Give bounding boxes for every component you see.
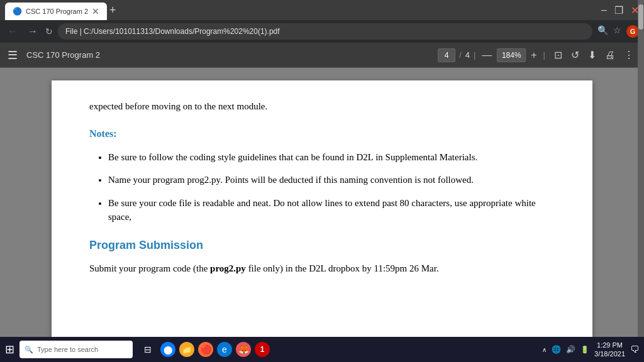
notes-heading: Notes: [89,126,555,141]
search-placeholder: Type here to search [37,346,98,353]
print-btn[interactable]: 🖨 [602,48,618,62]
page-separator: / [459,50,462,60]
hamburger-icon[interactable]: ☰ [8,48,18,62]
search-icon[interactable]: 🔍 [597,25,608,38]
windows-start-btn[interactable]: ⊞ [5,343,14,356]
search-icon: 🔍 [25,346,33,354]
more-btn[interactable]: ⋮ [621,48,636,62]
app-btn[interactable]: 1 [255,342,270,357]
address-bar: ← → ↻ 🔍 ☆ G [0,20,644,43]
scrollbar[interactable] [638,68,644,337]
address-input[interactable] [58,23,592,40]
pdf-page: expected before moving on to the next mo… [52,80,592,337]
notification-btn[interactable]: 🗨 [630,344,639,354]
volume-icon[interactable]: 🔊 [566,345,575,354]
zoom-in-btn[interactable]: + [528,48,539,62]
refresh-btn[interactable]: ↻ [45,26,53,36]
forward-btn[interactable]: → [25,25,40,38]
pdf-toolbar: ☰ CSC 170 Program 2 / 4 | — + | ⊡ ↺ ⬇ 🖨 … [0,43,644,68]
title-bar: 🔵 CSC 170 Program 2 ✕ + – ❐ ✕ [0,0,644,20]
minimize-btn[interactable]: – [601,4,607,16]
submit-text: Submit your program code (the prog2.py f… [89,261,555,276]
address-icons: 🔍 ☆ G [597,25,639,38]
bookmark-icon[interactable]: ☆ [613,25,621,38]
firefox-btn[interactable]: 🦊 [236,342,251,357]
list-item: Be sure your code file is readable and n… [108,196,555,224]
system-tray: ∧ 🌐 🔊 🔋 1:29 PM 3/18/2021 🗨 [542,341,639,359]
back-btn[interactable]: ← [5,25,20,38]
cortana-btn[interactable]: ⬤ [160,342,175,357]
edge-btn[interactable]: e [217,342,232,357]
time-display: 1:29 PM [594,341,625,349]
submit-text-before: Submit your program code (the [89,263,210,273]
list-item: Name your program prog2.py. Points will … [108,173,555,187]
zoom-separator: | [474,50,475,60]
submit-code: prog2.py [210,263,246,273]
explorer-btn[interactable]: 📁 [179,342,194,357]
window-controls: – ❐ ✕ [601,4,639,16]
clock[interactable]: 1:29 PM 3/18/2021 [594,341,625,359]
page-input[interactable] [438,48,455,62]
pdf-navigation: / 4 | — + | [438,48,547,62]
browser-tab[interactable]: 🔵 CSC 170 Program 2 ✕ [5,3,107,20]
taskbar-app-icons: ⊟ ⬤ 📁 🔴 e 🦊 1 [139,341,270,358]
fit-page-btn[interactable]: ⊡ [552,48,565,62]
total-pages: 4 [465,50,470,60]
taskview-btn[interactable]: ⊟ [139,341,157,358]
section-heading: Program Submission [89,237,555,254]
toolbar-icons: ⊡ ↺ ⬇ 🖨 ⋮ [552,48,636,62]
pdf-title: CSC 170 Program 2 [26,50,433,60]
profile-icon[interactable]: G [626,25,639,38]
list-item: Be sure to follow the coding style guide… [108,150,555,165]
zoom-out-btn[interactable]: — [479,48,494,62]
notes-list: Be sure to follow the coding style guide… [89,150,555,224]
rotate-btn[interactable]: ↺ [569,48,582,62]
submit-text-after: file only) in the D2L dropbox by 11:59pm… [246,263,439,273]
zoom-input[interactable] [497,48,526,62]
toolbar-sep2: | [543,50,545,60]
download-btn[interactable]: ⬇ [586,48,599,62]
chrome-btn[interactable]: 🔴 [198,342,213,357]
date-display: 3/18/2021 [594,349,625,358]
search-bar[interactable]: 🔍 Type here to search [19,341,133,358]
network-icon[interactable]: 🌐 [552,345,561,354]
intro-text: expected before moving on to the next mo… [89,99,555,114]
restore-btn[interactable]: ❐ [614,4,623,16]
new-tab-btn[interactable]: + [109,4,116,17]
taskbar: ⊞ 🔍 Type here to search ⊟ ⬤ 📁 🔴 e 🦊 1 ∧ … [0,337,644,362]
battery-icon[interactable]: 🔋 [580,346,589,354]
tray-chevron[interactable]: ∧ [542,346,547,353]
pdf-content-wrapper: expected before moving on to the next mo… [0,68,644,337]
tab-title: CSC 170 Program 2 [26,8,88,15]
tab-close-btn[interactable]: ✕ [92,6,99,16]
